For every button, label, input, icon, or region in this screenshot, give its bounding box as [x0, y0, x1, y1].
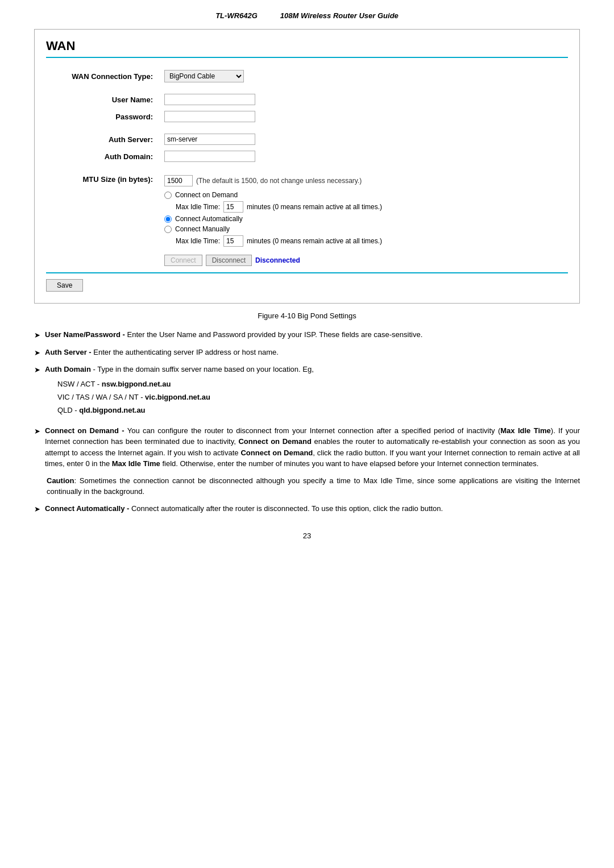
auth-server-label: Auth Server:: [46, 131, 160, 148]
bullet-text-1: User Name/Password - Enter the User Name…: [45, 329, 580, 340]
connect-buttons-group: Connect Disconnect Disconnected: [164, 255, 563, 266]
auth-domain-bold: Auth Domain: [45, 365, 91, 373]
auth-server-input[interactable]: [164, 134, 255, 145]
save-button[interactable]: Save: [46, 279, 83, 292]
max-idle-row-1: Max Idle Time: minutes (0 means remain a…: [176, 201, 563, 213]
auth-domain-input[interactable]: [164, 151, 255, 162]
wan-connection-type-row: WAN Connection Type: BigPond Cable: [46, 67, 568, 85]
wan-title: WAN: [46, 39, 568, 58]
connect-automatically-row: Connect Automatically: [164, 215, 563, 223]
bullet-auth-server: ➤ Auth Server - Enter the authenticating…: [34, 347, 580, 359]
user-name-input[interactable]: [164, 94, 255, 105]
max-idle-time-bold-1: Max Idle Time: [500, 426, 551, 435]
connect-on-demand-label: Connect on Demand: [175, 191, 238, 199]
connect-manually-row: Connect Manually: [164, 225, 563, 233]
connect-automatically-radio[interactable]: [164, 215, 172, 223]
password-cell: [160, 108, 568, 125]
auth-server-cell: [160, 131, 568, 148]
wan-form-table: WAN Connection Type: BigPond Cable User …: [46, 67, 568, 269]
connect-automatically-label: Connect Automatically: [175, 215, 243, 223]
max-idle-input-2[interactable]: [223, 235, 243, 247]
connect-on-demand-bold: Connect on Demand -: [45, 426, 125, 435]
bullet-arrow-2: ➤: [34, 347, 40, 359]
bullet-text-2: Auth Server - Enter the authenticating s…: [45, 347, 580, 358]
max-idle-label-2: Max Idle Time:: [176, 237, 220, 245]
max-idle-input-1[interactable]: [223, 201, 243, 213]
bullet-connect-automatically: ➤ Connect Automatically - Connect automa…: [34, 503, 580, 515]
connection-mode-group: Connect on Demand Max Idle Time: minutes…: [164, 191, 563, 247]
bullet-text-3: Auth Domain - Type in the domain suffix …: [45, 364, 580, 420]
bullet-arrow-5: ➤: [34, 504, 40, 515]
connect-manually-label: Connect Manually: [175, 225, 230, 233]
user-name-label: User Name:: [46, 91, 160, 108]
wan-settings-box: WAN WAN Connection Type: BigPond Cable U…: [34, 29, 580, 304]
caution-block: Caution: Sometimes the connection cannot…: [47, 475, 580, 497]
domain-vic: VIC / TAS / WA / SA / NT - vic.bigpond.n…: [57, 391, 580, 404]
user-name-cell: [160, 91, 568, 108]
guide-title: 108M Wireless Router User Guide: [280, 11, 399, 20]
wan-connection-type-select[interactable]: BigPond Cable: [164, 70, 244, 82]
bullet-arrow-3: ➤: [34, 364, 40, 376]
connect-on-demand-radio[interactable]: [164, 192, 172, 199]
connect-on-demand-bold-3: Connect on Demand: [240, 448, 313, 457]
bullet-list-2: ➤ Connect Automatically - Connect automa…: [34, 503, 580, 515]
max-idle-time-bold-2: Max Idle Time: [112, 459, 160, 468]
mtu-cell: (The default is 1500, do not change unle…: [160, 171, 568, 269]
figure-caption: Figure 4-10 Big Pond Settings: [34, 312, 580, 320]
nsw-domain: nsw.bigpond.net.au: [102, 380, 171, 388]
password-label: Password:: [46, 108, 160, 125]
vic-domain: vic.bigpond.net.au: [145, 393, 210, 401]
max-idle-note-2: minutes (0 means remain active at all ti…: [247, 237, 382, 245]
bullet-arrow-4: ➤: [34, 426, 40, 437]
connect-button[interactable]: Connect: [164, 255, 202, 266]
connect-on-demand-bold-2: Connect on Demand: [238, 437, 311, 446]
bullet-user-name-password: ➤ User Name/Password - Enter the User Na…: [34, 329, 580, 341]
password-row: Password:: [46, 108, 568, 125]
disconnected-status: Disconnected: [255, 256, 300, 264]
qld-domain: qld.bigpond.net.au: [79, 406, 145, 414]
connect-on-demand-row: Connect on Demand: [164, 191, 563, 199]
user-name-row: User Name:: [46, 91, 568, 108]
disconnect-button[interactable]: Disconnect: [206, 255, 252, 266]
auth-server-row: Auth Server:: [46, 131, 568, 148]
user-name-password-bold: User Name/Password -: [45, 330, 125, 339]
domain-nsw: NSW / ACT - nsw.bigpond.net.au: [57, 377, 580, 391]
connect-manually-radio[interactable]: [164, 226, 172, 233]
domain-examples: NSW / ACT - nsw.bigpond.net.au VIC / TAS…: [57, 377, 580, 417]
connect-automatically-bold: Connect Automatically -: [45, 504, 129, 513]
max-idle-label-1: Max Idle Time:: [176, 203, 220, 211]
bullet-auth-domain: ➤ Auth Domain - Type in the domain suffi…: [34, 364, 580, 420]
wan-connection-type-cell: BigPond Cable: [160, 67, 568, 85]
caution-bold: Caution: [47, 476, 74, 485]
domain-qld: QLD - qld.bigpond.net.au: [57, 404, 580, 417]
bullet-connect-on-demand: ➤ Connect on Demand - You can configure …: [34, 425, 580, 470]
max-idle-row-2: Max Idle Time: minutes (0 means remain a…: [176, 235, 563, 247]
page-number: 23: [34, 531, 580, 540]
bottom-bar: Save: [46, 272, 568, 292]
max-idle-note-1: minutes (0 means remain active at all ti…: [247, 203, 382, 211]
mtu-input[interactable]: [164, 175, 193, 186]
mtu-note: (The default is 1500, do not change unle…: [196, 177, 362, 185]
bullet-list: ➤ User Name/Password - Enter the User Na…: [34, 329, 580, 470]
auth-domain-cell: [160, 148, 568, 165]
bullet-arrow-1: ➤: [34, 330, 40, 341]
bullet-text-4: Connect on Demand - You can configure th…: [45, 425, 580, 470]
auth-domain-row: Auth Domain:: [46, 148, 568, 165]
page-header: TL-WR642G 108M Wireless Router User Guid…: [34, 11, 580, 20]
auth-server-bold: Auth Server -: [45, 348, 92, 356]
mtu-row: MTU Size (in bytes): (The default is 150…: [46, 171, 568, 269]
model-name: TL-WR642G: [215, 11, 258, 20]
password-input[interactable]: [164, 111, 255, 122]
auth-domain-label: Auth Domain:: [46, 148, 160, 165]
wan-connection-type-label: WAN Connection Type:: [46, 67, 160, 85]
bullet-text-5: Connect Automatically - Connect automati…: [45, 503, 580, 514]
mtu-label: MTU Size (in bytes):: [46, 171, 160, 269]
